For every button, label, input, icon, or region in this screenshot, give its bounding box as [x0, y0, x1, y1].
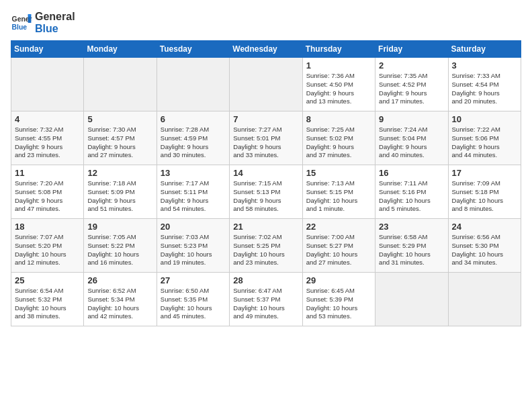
calendar-cell: 27Sunrise: 6:50 AM Sunset: 5:35 PM Dayli…: [157, 273, 229, 326]
cell-info: Sunrise: 7:17 AM Sunset: 5:11 PM Dayligh…: [161, 179, 226, 214]
calendar-cell: [230, 58, 302, 111]
calendar-cell: [84, 58, 157, 111]
calendar-cell: 18Sunrise: 7:07 AM Sunset: 5:20 PM Dayli…: [11, 219, 84, 273]
calendar-week-5: 25Sunrise: 6:54 AM Sunset: 5:32 PM Dayli…: [11, 273, 521, 326]
calendar-week-3: 11Sunrise: 7:20 AM Sunset: 5:08 PM Dayli…: [11, 165, 521, 219]
cell-info: Sunrise: 7:36 AM Sunset: 4:50 PM Dayligh…: [306, 72, 371, 106]
cell-info: Sunrise: 7:22 AM Sunset: 5:06 PM Dayligh…: [452, 126, 517, 160]
cell-info: Sunrise: 7:27 AM Sunset: 5:01 PM Dayligh…: [233, 126, 298, 160]
day-number: 18: [15, 222, 80, 232]
day-number: 17: [452, 168, 517, 178]
calendar-cell: 2Sunrise: 7:35 AM Sunset: 4:52 PM Daylig…: [375, 58, 448, 111]
cell-info: Sunrise: 7:05 AM Sunset: 5:22 PM Dayligh…: [87, 233, 152, 267]
calendar-cell: 8Sunrise: 7:25 AM Sunset: 5:02 PM Daylig…: [302, 111, 375, 165]
calendar-cell: 6Sunrise: 7:28 AM Sunset: 4:59 PM Daylig…: [157, 111, 229, 165]
weekday-header-row: SundayMondayTuesdayWednesdayThursdayFrid…: [11, 41, 521, 58]
calendar-cell: 17Sunrise: 7:09 AM Sunset: 5:18 PM Dayli…: [448, 165, 521, 219]
cell-info: Sunrise: 7:13 AM Sunset: 5:15 PM Dayligh…: [306, 179, 371, 214]
cell-info: Sunrise: 7:25 AM Sunset: 5:02 PM Dayligh…: [306, 126, 371, 160]
day-number: 14: [233, 168, 298, 178]
day-number: 2: [379, 60, 444, 71]
calendar-week-4: 18Sunrise: 7:07 AM Sunset: 5:20 PM Dayli…: [11, 219, 521, 273]
day-number: 11: [15, 168, 80, 178]
cell-info: Sunrise: 7:33 AM Sunset: 4:54 PM Dayligh…: [452, 72, 517, 106]
calendar-cell: 13Sunrise: 7:17 AM Sunset: 5:11 PM Dayli…: [157, 165, 229, 219]
day-number: 4: [15, 114, 80, 124]
cell-info: Sunrise: 6:56 AM Sunset: 5:30 PM Dayligh…: [452, 233, 517, 267]
day-number: 24: [452, 222, 517, 232]
calendar-week-2: 4Sunrise: 7:32 AM Sunset: 4:55 PM Daylig…: [11, 111, 521, 165]
svg-text:Blue: Blue: [12, 24, 28, 31]
day-number: 27: [161, 275, 226, 285]
calendar-cell: 22Sunrise: 7:00 AM Sunset: 5:27 PM Dayli…: [302, 219, 375, 273]
cell-info: Sunrise: 7:11 AM Sunset: 5:16 PM Dayligh…: [379, 179, 444, 214]
day-number: 23: [379, 222, 444, 232]
calendar-cell: 20Sunrise: 7:03 AM Sunset: 5:23 PM Dayli…: [157, 219, 229, 273]
calendar-cell: 5Sunrise: 7:30 AM Sunset: 4:57 PM Daylig…: [84, 111, 157, 165]
cell-info: Sunrise: 7:35 AM Sunset: 4:52 PM Dayligh…: [379, 72, 444, 106]
cell-info: Sunrise: 7:00 AM Sunset: 5:27 PM Dayligh…: [306, 233, 371, 267]
page-header: General Blue General Blue: [11, 11, 521, 35]
day-number: 3: [452, 60, 517, 71]
cell-info: Sunrise: 6:52 AM Sunset: 5:34 PM Dayligh…: [87, 287, 152, 321]
cell-info: Sunrise: 7:03 AM Sunset: 5:23 PM Dayligh…: [161, 233, 226, 267]
day-number: 6: [161, 114, 226, 124]
weekday-header-monday: Monday: [84, 41, 157, 58]
calendar-table: SundayMondayTuesdayWednesdayThursdayFrid…: [11, 40, 521, 326]
calendar-cell: 9Sunrise: 7:24 AM Sunset: 5:04 PM Daylig…: [375, 111, 448, 165]
calendar-cell: 7Sunrise: 7:27 AM Sunset: 5:01 PM Daylig…: [230, 111, 302, 165]
logo-blue: Blue: [35, 23, 75, 35]
calendar-cell: 15Sunrise: 7:13 AM Sunset: 5:15 PM Dayli…: [302, 165, 375, 219]
logo-icon: General Blue: [11, 12, 32, 34]
weekday-header-thursday: Thursday: [302, 41, 375, 58]
calendar-cell: [448, 273, 521, 326]
calendar-week-1: 1Sunrise: 7:36 AM Sunset: 4:50 PM Daylig…: [11, 58, 521, 111]
logo-general: General: [35, 11, 75, 23]
day-number: 19: [87, 222, 152, 232]
calendar-cell: 10Sunrise: 7:22 AM Sunset: 5:06 PM Dayli…: [448, 111, 521, 165]
cell-info: Sunrise: 7:02 AM Sunset: 5:25 PM Dayligh…: [233, 233, 298, 267]
day-number: 25: [15, 275, 80, 285]
cell-info: Sunrise: 7:15 AM Sunset: 5:13 PM Dayligh…: [233, 179, 298, 214]
weekday-header-sunday: Sunday: [11, 41, 84, 58]
day-number: 26: [87, 275, 152, 285]
cell-info: Sunrise: 7:18 AM Sunset: 5:09 PM Dayligh…: [87, 179, 152, 214]
day-number: 13: [161, 168, 226, 178]
calendar-cell: 29Sunrise: 6:45 AM Sunset: 5:39 PM Dayli…: [302, 273, 375, 326]
calendar-cell: 26Sunrise: 6:52 AM Sunset: 5:34 PM Dayli…: [84, 273, 157, 326]
cell-info: Sunrise: 6:45 AM Sunset: 5:39 PM Dayligh…: [306, 287, 371, 321]
cell-info: Sunrise: 7:24 AM Sunset: 5:04 PM Dayligh…: [379, 126, 444, 160]
calendar-cell: 14Sunrise: 7:15 AM Sunset: 5:13 PM Dayli…: [230, 165, 302, 219]
calendar-cell: 3Sunrise: 7:33 AM Sunset: 4:54 PM Daylig…: [448, 58, 521, 111]
day-number: 7: [233, 114, 298, 124]
logo: General Blue General Blue: [11, 11, 75, 35]
calendar-cell: [157, 58, 229, 111]
calendar-cell: 16Sunrise: 7:11 AM Sunset: 5:16 PM Dayli…: [375, 165, 448, 219]
day-number: 5: [87, 114, 152, 124]
calendar-cell: 24Sunrise: 6:56 AM Sunset: 5:30 PM Dayli…: [448, 219, 521, 273]
weekday-header-wednesday: Wednesday: [230, 41, 302, 58]
calendar-cell: 19Sunrise: 7:05 AM Sunset: 5:22 PM Dayli…: [84, 219, 157, 273]
day-number: 10: [452, 114, 517, 124]
day-number: 15: [306, 168, 371, 178]
weekday-header-friday: Friday: [375, 41, 448, 58]
day-number: 9: [379, 114, 444, 124]
cell-info: Sunrise: 7:30 AM Sunset: 4:57 PM Dayligh…: [87, 126, 152, 160]
calendar-cell: 1Sunrise: 7:36 AM Sunset: 4:50 PM Daylig…: [302, 58, 375, 111]
cell-info: Sunrise: 7:20 AM Sunset: 5:08 PM Dayligh…: [15, 179, 80, 214]
day-number: 22: [306, 222, 371, 232]
calendar-cell: 12Sunrise: 7:18 AM Sunset: 5:09 PM Dayli…: [84, 165, 157, 219]
calendar-cell: 25Sunrise: 6:54 AM Sunset: 5:32 PM Dayli…: [11, 273, 84, 326]
calendar-cell: [375, 273, 448, 326]
weekday-header-tuesday: Tuesday: [157, 41, 229, 58]
cell-info: Sunrise: 6:58 AM Sunset: 5:29 PM Dayligh…: [379, 233, 444, 267]
cell-info: Sunrise: 6:50 AM Sunset: 5:35 PM Dayligh…: [161, 287, 226, 321]
day-number: 1: [306, 60, 371, 71]
cell-info: Sunrise: 7:09 AM Sunset: 5:18 PM Dayligh…: [452, 179, 517, 214]
day-number: 8: [306, 114, 371, 124]
calendar-cell: [11, 58, 84, 111]
calendar-cell: 4Sunrise: 7:32 AM Sunset: 4:55 PM Daylig…: [11, 111, 84, 165]
calendar-cell: 23Sunrise: 6:58 AM Sunset: 5:29 PM Dayli…: [375, 219, 448, 273]
cell-info: Sunrise: 6:54 AM Sunset: 5:32 PM Dayligh…: [15, 287, 80, 321]
calendar-cell: 11Sunrise: 7:20 AM Sunset: 5:08 PM Dayli…: [11, 165, 84, 219]
